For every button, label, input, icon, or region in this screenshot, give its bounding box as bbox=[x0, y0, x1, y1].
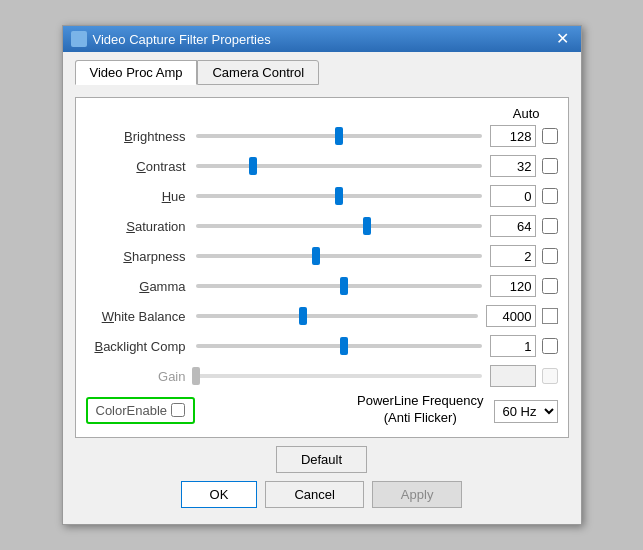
content-area: Video Proc Amp Camera Control Auto Brigh… bbox=[63, 52, 581, 524]
title-bar-left: Video Capture Filter Properties bbox=[71, 31, 271, 47]
gain-value bbox=[490, 365, 536, 387]
gamma-label: Gamma bbox=[86, 279, 196, 294]
brightness-value: 128 bbox=[490, 125, 536, 147]
white-balance-track[interactable] bbox=[196, 314, 478, 318]
gamma-track[interactable] bbox=[196, 284, 482, 288]
color-enable-group: ColorEnable bbox=[86, 397, 196, 424]
powerline-label: PowerLine Frequency (Anti Flicker) bbox=[357, 393, 483, 427]
contrast-thumb[interactable] bbox=[249, 157, 257, 175]
contrast-value: 32 bbox=[490, 155, 536, 177]
gain-auto-checkbox bbox=[542, 368, 558, 384]
title-bar: Video Capture Filter Properties ✕ bbox=[63, 26, 581, 52]
tab-video-proc-amp[interactable]: Video Proc Amp bbox=[75, 60, 198, 85]
hue-auto-checkbox[interactable] bbox=[542, 188, 558, 204]
hue-track[interactable] bbox=[196, 194, 482, 198]
white-balance-label: White Balance bbox=[86, 309, 196, 324]
backlight-comp-row: Backlight Comp 1 bbox=[86, 333, 558, 359]
white-balance-thumb[interactable] bbox=[299, 307, 307, 325]
saturation-auto-checkbox[interactable] bbox=[542, 218, 558, 234]
hue-row: Hue 0 bbox=[86, 183, 558, 209]
brightness-auto-checkbox[interactable] bbox=[542, 128, 558, 144]
color-enable-label: ColorEnable bbox=[96, 403, 168, 418]
brightness-thumb[interactable] bbox=[335, 127, 343, 145]
sharpness-track[interactable] bbox=[196, 254, 482, 258]
backlight-comp-thumb[interactable] bbox=[340, 337, 348, 355]
saturation-row: Saturation 64 bbox=[86, 213, 558, 239]
gamma-auto-checkbox[interactable] bbox=[542, 278, 558, 294]
white-balance-row: White Balance 4000 bbox=[86, 303, 558, 329]
gamma-value: 120 bbox=[490, 275, 536, 297]
contrast-label: Contrast bbox=[86, 159, 196, 174]
auto-header: Auto bbox=[86, 106, 558, 121]
default-button[interactable]: Default bbox=[276, 446, 367, 473]
saturation-thumb[interactable] bbox=[363, 217, 371, 235]
color-enable-checkbox[interactable] bbox=[171, 403, 185, 417]
backlight-comp-track[interactable] bbox=[196, 344, 482, 348]
sharpness-label: Sharpness bbox=[86, 249, 196, 264]
window-icon bbox=[71, 31, 87, 47]
brightness-label: Brightness bbox=[86, 129, 196, 144]
apply-button: Apply bbox=[372, 481, 463, 508]
brightness-track[interactable] bbox=[196, 134, 482, 138]
tab-camera-control[interactable]: Camera Control bbox=[197, 60, 319, 85]
hue-value: 0 bbox=[490, 185, 536, 207]
saturation-track[interactable] bbox=[196, 224, 482, 228]
hue-thumb[interactable] bbox=[335, 187, 343, 205]
hue-label: Hue bbox=[86, 189, 196, 204]
powerline-group: PowerLine Frequency (Anti Flicker) bbox=[357, 393, 483, 427]
contrast-auto-checkbox[interactable] bbox=[542, 158, 558, 174]
backlight-comp-auto-checkbox[interactable] bbox=[542, 338, 558, 354]
backlight-comp-label: Backlight Comp bbox=[86, 339, 196, 354]
main-window: Video Capture Filter Properties ✕ Video … bbox=[62, 25, 582, 525]
gamma-row: Gamma 120 bbox=[86, 273, 558, 299]
white-balance-value: 4000 bbox=[486, 305, 536, 327]
default-row: Default bbox=[75, 446, 569, 473]
brightness-row: Brightness 128 bbox=[86, 123, 558, 149]
powerline-select[interactable]: 60 Hz 50 Hz bbox=[494, 400, 558, 423]
gain-thumb bbox=[192, 367, 200, 385]
gamma-thumb[interactable] bbox=[340, 277, 348, 295]
ok-button[interactable]: OK bbox=[181, 481, 258, 508]
contrast-track[interactable] bbox=[196, 164, 482, 168]
gain-track bbox=[196, 374, 482, 378]
bottom-controls: ColorEnable PowerLine Frequency (Anti Fl… bbox=[86, 393, 558, 427]
tab-bar: Video Proc Amp Camera Control bbox=[75, 60, 569, 85]
sharpness-row: Sharpness 2 bbox=[86, 243, 558, 269]
sharpness-thumb[interactable] bbox=[312, 247, 320, 265]
controls-panel: Auto Brightness 128 Contrast 32 bbox=[75, 97, 569, 438]
cancel-button[interactable]: Cancel bbox=[265, 481, 363, 508]
saturation-value: 64 bbox=[490, 215, 536, 237]
white-balance-auto-checkbox[interactable] bbox=[542, 308, 558, 324]
contrast-row: Contrast 32 bbox=[86, 153, 558, 179]
close-button[interactable]: ✕ bbox=[552, 31, 573, 47]
dialog-buttons: OK Cancel Apply bbox=[75, 473, 569, 512]
gain-row: Gain bbox=[86, 363, 558, 389]
gain-label: Gain bbox=[86, 369, 196, 384]
sharpness-auto-checkbox[interactable] bbox=[542, 248, 558, 264]
window-title: Video Capture Filter Properties bbox=[93, 32, 271, 47]
sharpness-value: 2 bbox=[490, 245, 536, 267]
saturation-label: Saturation bbox=[86, 219, 196, 234]
backlight-comp-value: 1 bbox=[490, 335, 536, 357]
